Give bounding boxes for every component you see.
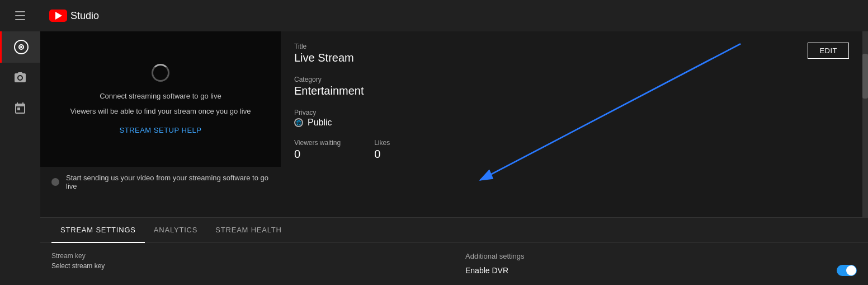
tab-stream-settings[interactable]: STREAM SETTINGS [51,218,145,243]
tab-analytics[interactable]: ANALYTICS [145,218,206,243]
stream-title-item: Title Live Stream [294,43,849,64]
scrollbar-thumb[interactable] [862,54,868,99]
svg-point-0 [18,76,22,80]
settings-left: Stream key Select stream key [51,252,443,276]
tab-stream-health[interactable]: STREAM HEALTH [206,218,291,243]
topbar: Studio [40,0,868,31]
likes-item: Likes 0 [374,139,390,161]
youtube-logo: Studio [49,10,99,22]
preview-column: Connect streaming software to go live Vi… [40,31,281,217]
stream-privacy-item: Privacy 🌐 Public [294,109,849,128]
preview-connect-text: Connect streaming software to go live Vi… [70,91,251,118]
video-preview: Connect streaming software to go live Vi… [40,31,281,167]
tabs-row: STREAM SETTINGS ANALYTICS STREAM HEALTH [40,218,868,243]
status-dot [51,178,59,186]
studio-text: Studio [70,10,99,22]
settings-right: Additional settings Enable DVR [465,252,857,276]
info-panel: EDIT Title Live Stream [281,31,862,217]
dvr-toggle[interactable] [837,265,857,276]
calendar-icon [13,102,27,118]
main-content: Studio Connect streaming software to go … [40,0,868,285]
category-value: Entertainment [294,85,849,97]
stream-category-item: Category Entertainment [294,76,849,97]
stream-key-sublabel: Select stream key [51,262,443,270]
sidebar-item-live[interactable] [0,31,40,63]
title-label: Title [294,43,849,50]
status-bar: Start sending us your video from your st… [40,167,281,197]
additional-settings-title: Additional settings [465,252,857,260]
play-triangle [55,12,62,20]
stats-row: Viewers waiting 0 Likes 0 [294,139,849,161]
viewers-value: 0 [294,148,341,161]
scrollbar[interactable] [862,31,868,217]
live-icon [14,40,29,54]
likes-label: Likes [374,139,390,147]
toggle-knob [846,265,856,275]
privacy-value: Public [308,118,332,128]
status-text: Start sending us your video from your st… [66,174,270,190]
viewers-item: Viewers waiting 0 [294,139,341,161]
sidebar [0,0,40,285]
privacy-row: 🌐 Public [294,118,849,128]
bottom-section: STREAM SETTINGS ANALYTICS STREAM HEALTH … [40,217,868,285]
category-label: Category [294,76,849,83]
edit-button[interactable]: EDIT [808,43,849,59]
viewers-label: Viewers waiting [294,139,341,147]
stream-setup-link[interactable]: STREAM SETUP HELP [120,126,202,134]
title-value: Live Stream [294,52,849,64]
settings-content: Stream key Select stream key Additional … [40,243,868,285]
loading-spinner [152,64,169,82]
dvr-label: Enable DVR [465,266,508,275]
dvr-row: Enable DVR [465,265,857,276]
youtube-icon [49,10,67,22]
camera-icon [13,71,27,87]
sidebar-item-camera[interactable] [0,63,40,94]
globe-icon: 🌐 [294,118,303,127]
sidebar-item-schedule[interactable] [0,94,40,125]
privacy-label: Privacy [294,109,849,116]
stream-key-label: Stream key [51,252,443,260]
hamburger-icon [15,11,25,20]
hamburger-menu[interactable] [0,0,40,31]
likes-value: 0 [374,148,390,161]
